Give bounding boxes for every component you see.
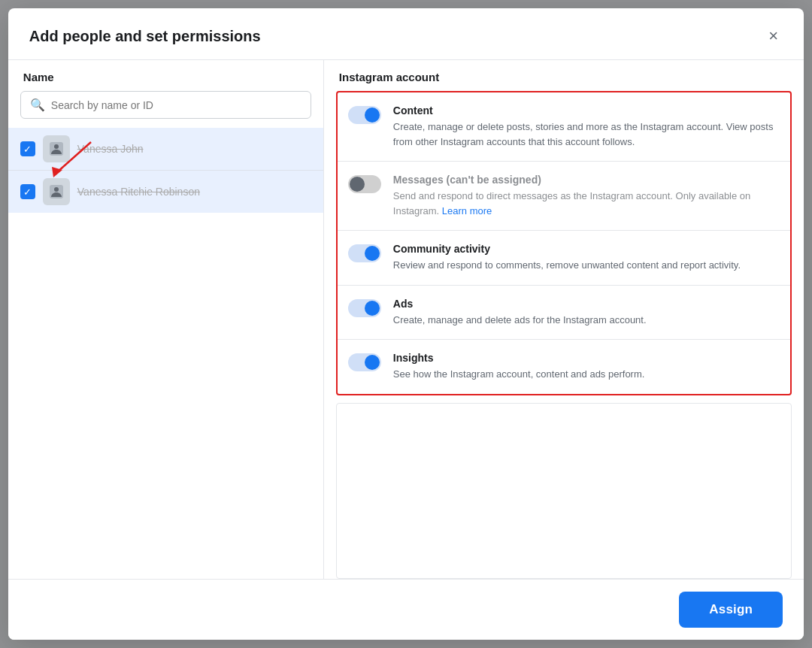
- permission-row-community: Community activity Review and respond to…: [338, 231, 790, 286]
- toggle-ads-switch[interactable]: [348, 299, 381, 317]
- search-input[interactable]: [51, 99, 301, 111]
- modal-title: Add people and set permissions: [29, 28, 261, 45]
- perm-title-ads: Ads: [393, 298, 780, 310]
- modal-overlay: Add people and set permissions × Name 🔍: [0, 0, 812, 648]
- perm-content-insights: Insights See how the Instagram account, …: [393, 352, 780, 382]
- user-row[interactable]: ✓ Vanessa Ritchie Robinson: [8, 171, 323, 213]
- perm-desc-messages: Send and respond to direct messages as t…: [393, 189, 780, 218]
- check-icon-2: ✓: [23, 187, 32, 197]
- user-checkbox-1[interactable]: ✓: [20, 141, 35, 156]
- modal-footer: Assign: [8, 579, 804, 640]
- perm-desc-community: Review and respond to comments, remove u…: [393, 258, 780, 273]
- user-avatar-1: [43, 135, 70, 162]
- toggle-content-knob: [365, 107, 380, 123]
- perm-desc-ads: Create, manage and delete ads for the In…: [393, 313, 780, 328]
- toggle-ads[interactable]: [348, 299, 381, 320]
- perm-desc-insights: See how the Instagram account, content a…: [393, 367, 780, 382]
- permission-row-insights: Insights See how the Instagram account, …: [338, 340, 790, 394]
- check-icon-1: ✓: [23, 144, 32, 154]
- toggle-community[interactable]: [348, 244, 381, 265]
- user-name-2: Vanessa Ritchie Robinson: [77, 186, 200, 198]
- svg-point-3: [54, 144, 59, 149]
- toggle-community-knob: [365, 246, 380, 261]
- toggle-messages-knob: [350, 177, 365, 192]
- perm-content-content: Content Create, manage or delete posts, …: [393, 104, 780, 149]
- user-row[interactable]: ✓ Vanessa John: [8, 128, 323, 171]
- perm-title-messages: Messages (can't be assigned): [393, 174, 780, 186]
- modal-dialog: Add people and set permissions × Name 🔍: [8, 8, 804, 640]
- learn-more-link[interactable]: Learn more: [442, 205, 492, 217]
- assign-button[interactable]: Assign: [679, 592, 783, 628]
- perm-title-community: Community activity: [393, 243, 780, 255]
- perm-content-messages: Messages (can't be assigned) Send and re…: [393, 174, 780, 218]
- perm-title-insights: Insights: [393, 352, 780, 364]
- toggle-insights-knob: [365, 355, 380, 370]
- perm-desc-content: Create, manage or delete posts, stories …: [393, 120, 780, 149]
- toggle-insights-switch[interactable]: [348, 353, 381, 371]
- toggle-content[interactable]: [348, 106, 381, 127]
- right-empty-area: [336, 403, 792, 580]
- search-box: 🔍: [20, 91, 311, 119]
- permission-row-messages: Messages (can't be assigned) Send and re…: [338, 162, 790, 231]
- right-panel-heading: Instagram account: [324, 60, 804, 91]
- close-button[interactable]: ×: [764, 25, 783, 47]
- search-icon: 🔍: [30, 98, 45, 112]
- toggle-content-switch[interactable]: [348, 106, 381, 124]
- permission-row-content: Content Create, manage or delete posts, …: [338, 92, 790, 162]
- left-panel: Name 🔍 ✓: [8, 60, 324, 579]
- permission-row-ads: Ads Create, manage and delete ads for th…: [338, 286, 790, 341]
- perm-title-content: Content: [393, 104, 780, 117]
- user-checkbox-2[interactable]: ✓: [20, 184, 35, 199]
- left-panel-heading: Name: [8, 60, 323, 91]
- toggle-ads-knob: [365, 301, 380, 316]
- toggle-community-switch[interactable]: [348, 244, 381, 262]
- right-panel: Instagram account Content Create, manage…: [324, 60, 804, 579]
- user-avatar-2: [43, 178, 70, 205]
- permissions-area: Content Create, manage or delete posts, …: [336, 91, 792, 395]
- perm-content-ads: Ads Create, manage and delete ads for th…: [393, 298, 780, 328]
- perm-content-community: Community activity Review and respond to…: [393, 243, 780, 273]
- modal-header: Add people and set permissions ×: [8, 8, 804, 60]
- svg-point-5: [54, 187, 59, 192]
- modal-body: Name 🔍 ✓: [8, 60, 804, 579]
- user-list: ✓ Vanessa John ✓: [8, 128, 323, 213]
- toggle-insights[interactable]: [348, 353, 381, 374]
- toggle-messages-switch: [348, 175, 381, 193]
- user-name-1: Vanessa John: [77, 143, 144, 155]
- toggle-messages[interactable]: [348, 175, 381, 196]
